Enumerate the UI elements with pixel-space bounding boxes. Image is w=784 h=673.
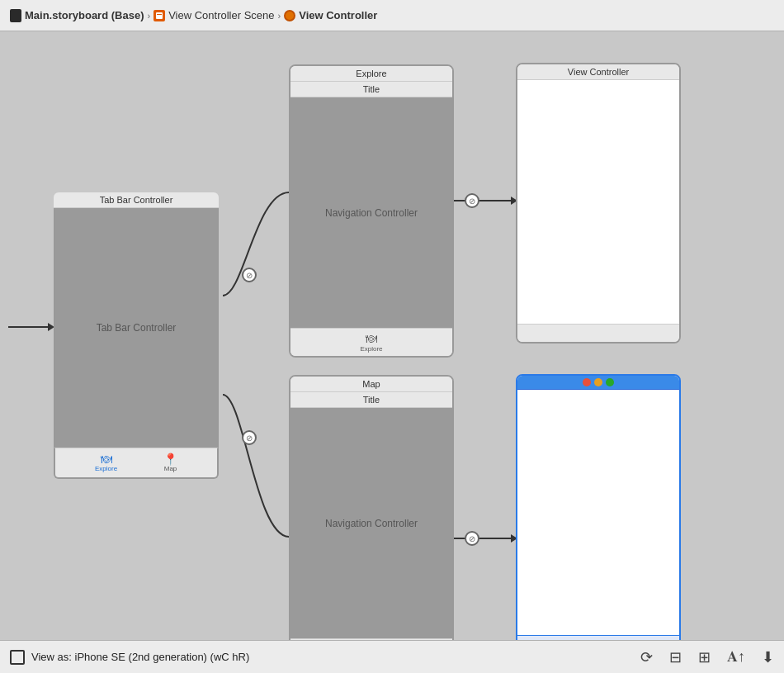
chevron-2: ›: [278, 11, 281, 21]
nav-top-tab: 🍽 Explore: [360, 332, 382, 353]
status-tools: ⟳ ⊟ ⊞ 𝐀↑ ⬇: [640, 648, 774, 666]
nav-bottom-title: Map: [290, 377, 452, 392]
vc-frame-top: View Controller: [516, 63, 681, 344]
text-format-icon[interactable]: 𝐀↑: [727, 648, 745, 666]
tab-item-explore: 🍽 Explore: [95, 453, 117, 472]
chevron-1: ›: [147, 11, 150, 21]
breadcrumb-vc: View Controller: [299, 9, 377, 21]
svg-text:⊘: ⊘: [246, 271, 253, 280]
tab-bar-body: Tab Bar Controller: [54, 208, 219, 448]
svg-point-4: [243, 268, 256, 282]
vc-bottom-body: [517, 390, 679, 635]
status-bar: View as: iPhone SE (2nd generation) (wC …: [0, 640, 784, 673]
nav-top-tab-label: Explore: [360, 345, 382, 353]
align-icon[interactable]: ⊟: [669, 648, 682, 666]
traffic-green: [606, 378, 614, 386]
breadcrumb-file: Main.storyboard (Base): [25, 9, 144, 21]
tab-bar-controller-title: Tab Bar Controller: [54, 192, 219, 208]
nav-bottom-center-label: Navigation Controller: [325, 518, 418, 529]
resize-icon[interactable]: ⊞: [698, 648, 711, 666]
nav-bottom-body: Navigation Controller: [290, 408, 452, 638]
vc-top-bottom: [517, 324, 679, 342]
breadcrumb-scene: View Controller Scene: [168, 9, 274, 21]
canvas: ⊘ ⊘ ⊘ ⊘ Tab Bar Controller Tab Bar Contr…: [0, 31, 784, 640]
svg-text:⊘: ⊘: [469, 197, 475, 206]
vc-frame-bottom[interactable]: [516, 374, 681, 640]
nav-top-body: Navigation Controller: [290, 97, 452, 328]
nav-controller-top: Explore Title Navigation Controller 🍽 Ex…: [289, 64, 454, 358]
refresh-icon[interactable]: ⟳: [640, 648, 653, 666]
svg-rect-0: [156, 12, 163, 19]
vc-icon: [284, 10, 295, 21]
svg-point-13: [465, 532, 479, 545]
file-icon: [10, 9, 21, 22]
svg-point-9: [465, 194, 479, 207]
nav-bottom-subtitle: Title: [290, 392, 452, 408]
nav-top-subtitle: Title: [290, 82, 452, 97]
explore-tab-icon: 🍽: [101, 453, 112, 465]
svg-text:⊘: ⊘: [469, 534, 475, 543]
explore-tab-label: Explore: [95, 465, 117, 472]
tab-item-map: 📍 Map: [163, 453, 177, 472]
nav-top-title: Explore: [290, 66, 452, 82]
nav-controller-bottom: Map Title Navigation Controller 📍 Map: [289, 375, 454, 640]
phone-icon: [10, 650, 25, 665]
scene-icon: [153, 10, 165, 21]
map-tab-label: Map: [164, 465, 177, 472]
vc-bottom-title-bar: [517, 376, 679, 390]
download-icon[interactable]: ⬇: [762, 648, 774, 666]
svg-point-6: [243, 431, 256, 444]
svg-rect-1: [157, 14, 162, 15]
nav-top-tab-icon: 🍽: [366, 332, 377, 345]
nav-top-center-label: Navigation Controller: [325, 207, 418, 219]
breadcrumb-bar: Main.storyboard (Base) › View Controller…: [0, 0, 784, 31]
traffic-red: [583, 378, 591, 386]
map-tab-icon: 📍: [163, 453, 177, 465]
nav-top-bottom: 🍽 Explore: [290, 328, 452, 356]
vc-top-title: View Controller: [517, 64, 679, 80]
svg-text:⊘: ⊘: [246, 434, 253, 443]
tab-bar-bottom: 🍽 Explore 📍 Map: [54, 448, 219, 479]
tab-bar-center-label: Tab Bar Controller: [55, 208, 217, 448]
vc-top-body: [517, 80, 679, 324]
status-label: View as: iPhone SE (2nd generation) (wC …: [31, 651, 249, 663]
traffic-yellow: [594, 378, 602, 386]
tab-bar-controller-frame: Tab Bar Controller Tab Bar Controller 🍽 …: [54, 192, 219, 494]
